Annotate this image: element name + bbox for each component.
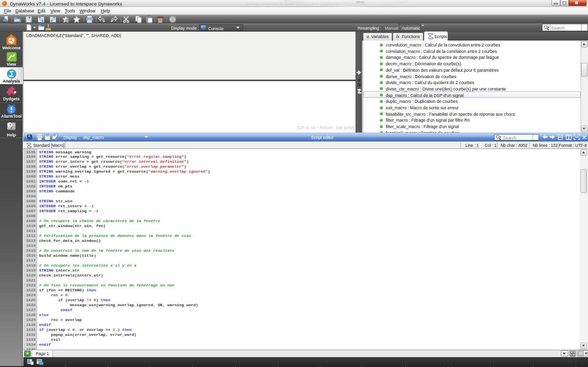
svg-text:stop: stop: [171, 18, 174, 20]
svg-text:?: ?: [8, 123, 11, 128]
svg-text:full: full: [575, 136, 578, 138]
